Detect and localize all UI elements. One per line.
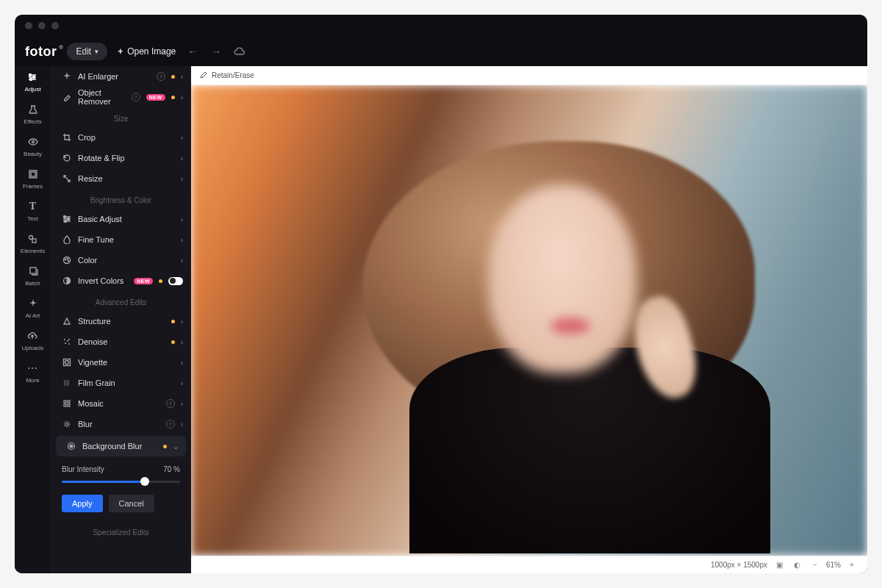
sliders-icon <box>62 214 72 224</box>
slider-thumb[interactable] <box>140 477 149 486</box>
nav-label: Adjust <box>24 86 40 93</box>
slider-value: 70 % <box>163 465 180 473</box>
svg-point-21 <box>68 339 70 340</box>
tool-vignette[interactable]: Vignette› <box>51 352 190 373</box>
tool-object-remover[interactable]: Object Remover?NEW› <box>51 87 190 107</box>
zoom-out-button[interactable]: − <box>810 560 820 570</box>
nav-batch[interactable]: Batch <box>25 265 40 287</box>
premium-dot-icon <box>171 340 175 344</box>
help-icon[interactable]: ? <box>157 72 165 81</box>
chevron-right-icon: › <box>181 93 183 101</box>
sparkle-icon <box>62 71 72 82</box>
chevron-right-icon: › <box>181 359 183 367</box>
crop-icon <box>62 132 72 143</box>
nav-label: Batch <box>25 280 40 287</box>
tool-film-grain[interactable]: Film Grain› <box>51 373 190 393</box>
svg-point-12 <box>64 257 71 264</box>
undo-button[interactable]: ← <box>186 45 199 58</box>
blur-icon <box>62 419 72 429</box>
chevron-right-icon: › <box>181 257 183 265</box>
grid-icon <box>62 398 72 409</box>
edit-menu-label: Edit <box>76 46 91 57</box>
nav-effects[interactable]: Effects <box>24 103 41 125</box>
nav-label: More <box>26 377 39 384</box>
zoom-in-button[interactable]: + <box>847 560 857 570</box>
open-image-button[interactable]: + Open Image <box>118 46 176 57</box>
toggle[interactable] <box>168 277 183 285</box>
tool-background-blur[interactable]: Background Blur⌄ <box>56 436 186 456</box>
window-min-dot[interactable] <box>38 22 46 29</box>
fit-screen-icon[interactable]: ▣ <box>775 560 785 570</box>
edit-menu[interactable]: Edit ▾ <box>67 43 107 60</box>
svg-point-29 <box>64 421 70 427</box>
nav-frames[interactable]: Frames <box>23 168 43 190</box>
tool-denoise[interactable]: Denoise› <box>51 331 190 352</box>
chevron-right-icon: › <box>181 236 183 244</box>
tool-basic-adjust[interactable]: Basic Adjust› <box>51 209 190 229</box>
tool-invert-colors[interactable]: Invert ColorsNEW <box>51 270 190 291</box>
nav-adjust[interactable]: Adjust <box>24 71 40 93</box>
redo-button[interactable]: → <box>209 45 223 58</box>
nav-text[interactable]: TText <box>26 200 40 222</box>
sparkle-icon <box>26 297 40 310</box>
nav-uploads[interactable]: Uploads <box>22 329 43 351</box>
app-window: fotor Edit ▾ + Open Image ← → AdjustEffe… <box>15 15 867 573</box>
vignette-icon <box>62 357 72 368</box>
chevron-down-icon: ⌄ <box>173 442 179 451</box>
plus-icon: + <box>118 46 123 57</box>
premium-dot-icon <box>171 320 175 323</box>
open-image-label: Open Image <box>127 46 176 57</box>
blur-intensity-slider[interactable]: Blur Intensity 70 % <box>51 458 190 486</box>
window-max-dot[interactable] <box>51 22 59 29</box>
premium-dot-icon <box>171 96 175 99</box>
nav-label: Text <box>27 215 38 222</box>
tool-color[interactable]: Color› <box>51 250 190 270</box>
content: AdjustEffectsBeautyFramesTTextElementsBa… <box>15 66 867 573</box>
resize-icon <box>62 173 72 184</box>
tool-label: Invert Colors <box>78 276 128 285</box>
svg-rect-5 <box>31 172 35 176</box>
chevron-right-icon: › <box>181 73 183 81</box>
svg-point-19 <box>65 343 66 344</box>
help-icon[interactable]: ? <box>132 93 140 101</box>
tool-structure[interactable]: Structure› <box>51 311 190 331</box>
tool-resize[interactable]: Resize› <box>51 168 190 189</box>
nav-beauty[interactable]: Beauty <box>24 135 42 157</box>
tool-label: Object Remover <box>78 88 126 106</box>
rotate-icon <box>62 153 72 163</box>
tool-label: Denoise <box>78 337 165 346</box>
new-badge: NEW <box>134 278 153 284</box>
text-icon: T <box>26 200 40 213</box>
nav-aiart[interactable]: AI Art <box>26 297 40 319</box>
svg-point-3 <box>32 141 34 143</box>
tool-ai-enlarger[interactable]: AI Enlarger?› <box>51 66 190 87</box>
compare-icon[interactable]: ◐ <box>792 560 803 570</box>
cancel-button[interactable]: Cancel <box>109 495 154 512</box>
canvas[interactable]: 1000px × 1500px ▣ ◐ − 61% + <box>191 85 867 573</box>
nav-label: AI Art <box>26 312 40 319</box>
tool-crop[interactable]: Crop› <box>51 127 190 148</box>
chevron-right-icon: › <box>181 134 183 142</box>
canvas-tool-label[interactable]: Retain/Erase <box>212 71 254 79</box>
tool-fine-tune[interactable]: Fine Tune› <box>51 229 190 250</box>
cloud-save-button[interactable] <box>233 45 246 58</box>
eye-icon <box>26 135 40 148</box>
help-icon[interactable]: ? <box>166 399 175 408</box>
tool-blur[interactable]: Blur?› <box>51 414 190 434</box>
help-icon[interactable]: ? <box>166 420 175 429</box>
nav-more[interactable]: ⋯More <box>26 362 39 384</box>
svg-point-15 <box>68 260 68 261</box>
tool-mosaic[interactable]: Mosaic?› <box>51 393 190 414</box>
window-close-dot[interactable] <box>25 22 32 29</box>
svg-point-28 <box>65 423 68 426</box>
nav-elements[interactable]: Elements <box>21 232 45 254</box>
apply-button[interactable]: Apply <box>62 495 103 512</box>
slider-track[interactable] <box>62 481 180 483</box>
svg-point-23 <box>65 361 69 365</box>
tool-label: Vignette <box>78 358 175 367</box>
tool-label: Fine Tune <box>78 235 175 244</box>
chevron-right-icon: › <box>181 379 183 387</box>
tool-rotate-flip[interactable]: Rotate & Flip› <box>51 148 190 168</box>
section-header: Size <box>51 107 190 127</box>
tool-label: Basic Adjust <box>78 215 175 223</box>
